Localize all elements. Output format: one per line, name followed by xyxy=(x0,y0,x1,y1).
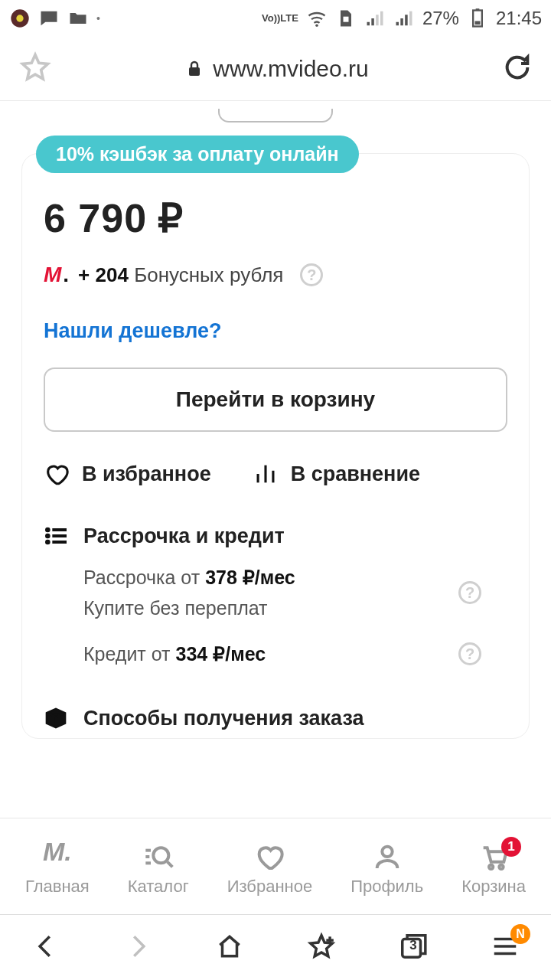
battery-percent: 27% xyxy=(422,8,459,29)
heart-icon xyxy=(254,841,285,872)
installment-section: Рассрочка и кредит Рассрочка от 378 ₽/ме… xyxy=(44,524,507,669)
menu-button[interactable]: N xyxy=(491,932,520,964)
svg-point-2 xyxy=(315,24,318,28)
user-icon xyxy=(372,841,403,872)
svg-point-13 xyxy=(46,534,50,537)
price-amount: 6 790 xyxy=(44,195,147,241)
bookmark-button[interactable] xyxy=(307,932,336,964)
svg-rect-12 xyxy=(53,529,66,531)
price: 6 790 ₽ xyxy=(44,195,507,241)
currency-ruble: ₽ xyxy=(158,195,184,241)
section-title: Способы получения заказа xyxy=(83,707,364,730)
nav-catalog[interactable]: Каталог xyxy=(128,841,189,897)
collapsed-element[interactable] xyxy=(218,109,333,122)
svg-point-23 xyxy=(489,864,493,868)
delivery-section: Способы получения заказа xyxy=(44,706,507,730)
installment-row[interactable]: Рассрочка от 378 ₽/мес Купите без перепл… xyxy=(83,562,481,623)
nav-profile[interactable]: Профиль xyxy=(350,841,423,897)
chat-icon xyxy=(38,8,60,29)
svg-rect-7 xyxy=(189,67,200,76)
svg-rect-5 xyxy=(476,8,480,10)
help-icon[interactable]: ? xyxy=(458,642,481,665)
svg-point-1 xyxy=(16,15,23,21)
svg-point-24 xyxy=(499,864,503,868)
compare-icon xyxy=(253,461,279,487)
package-icon xyxy=(44,706,68,730)
clock: 21:45 xyxy=(496,8,542,29)
signal1-icon xyxy=(364,8,386,29)
section-title: Рассрочка и кредит xyxy=(83,524,285,548)
volte-icon: Vo))LTE xyxy=(262,14,298,23)
browser-bottom-bar: 3 N xyxy=(0,914,551,980)
mvideo-logo-icon: M xyxy=(44,263,67,287)
browser-url-bar: www.mvideo.ru xyxy=(0,37,551,101)
wifi-icon xyxy=(306,8,328,29)
found-cheaper-link[interactable]: Нашли дешевле? xyxy=(44,319,222,343)
back-button[interactable] xyxy=(31,932,60,964)
battery-icon xyxy=(467,8,488,29)
svg-rect-14 xyxy=(53,535,66,537)
page-content: 10% кэшбэк за оплату онлайн 6 790 ₽ M + … xyxy=(0,101,551,818)
add-to-favorites[interactable]: В избранное xyxy=(44,461,211,487)
sim-icon xyxy=(335,8,357,29)
svg-line-18 xyxy=(167,861,172,867)
catalog-icon xyxy=(143,841,174,872)
reload-icon[interactable] xyxy=(502,52,533,86)
app-icon xyxy=(9,8,31,29)
cashback-pill: 10% кэшбэк за оплату онлайн xyxy=(36,136,359,173)
help-icon[interactable]: ? xyxy=(300,263,323,286)
signal2-icon xyxy=(393,8,415,29)
nav-cart[interactable]: 1 Корзина xyxy=(461,841,526,897)
menu-badge: N xyxy=(510,924,530,944)
url-text: www.mvideo.ru xyxy=(213,56,368,82)
bookmark-star-icon[interactable] xyxy=(18,51,52,87)
bonus-row: M + 204 Бонусных рубля ? xyxy=(44,263,507,287)
tabs-button[interactable]: 3 xyxy=(399,932,428,964)
help-icon[interactable]: ? xyxy=(458,581,481,604)
svg-rect-3 xyxy=(343,17,348,22)
forward-button xyxy=(123,932,152,964)
tab-count: 3 xyxy=(399,938,428,953)
heart-icon xyxy=(44,461,70,487)
folder-icon xyxy=(67,8,89,29)
lock-icon xyxy=(185,60,204,78)
dot-icon: • xyxy=(96,12,100,24)
svg-point-17 xyxy=(153,848,168,863)
credit-row[interactable]: Кредит от 334 ₽/мес ? xyxy=(83,639,481,669)
site-bottom-nav: M. Главная Каталог Избранное Профиль 1 К… xyxy=(0,818,551,914)
svg-point-11 xyxy=(46,528,50,531)
nav-home[interactable]: M. Главная xyxy=(25,836,90,902)
cart-badge: 1 xyxy=(501,837,521,857)
svg-rect-6 xyxy=(474,21,480,25)
nav-favorites[interactable]: Избранное xyxy=(227,841,313,897)
add-to-compare[interactable]: В сравнение xyxy=(253,461,420,487)
price-card: 10% кэшбэк за оплату онлайн 6 790 ₽ M + … xyxy=(21,153,530,739)
home-button[interactable] xyxy=(215,932,244,964)
status-bar: • Vo))LTE 27% 21:45 xyxy=(0,0,551,37)
svg-rect-16 xyxy=(53,541,66,544)
list-icon xyxy=(44,524,68,548)
svg-point-15 xyxy=(46,540,50,544)
address-bar[interactable]: www.mvideo.ru xyxy=(67,56,487,82)
go-to-cart-button[interactable]: Перейти в корзину xyxy=(44,368,507,432)
svg-point-22 xyxy=(382,846,392,856)
